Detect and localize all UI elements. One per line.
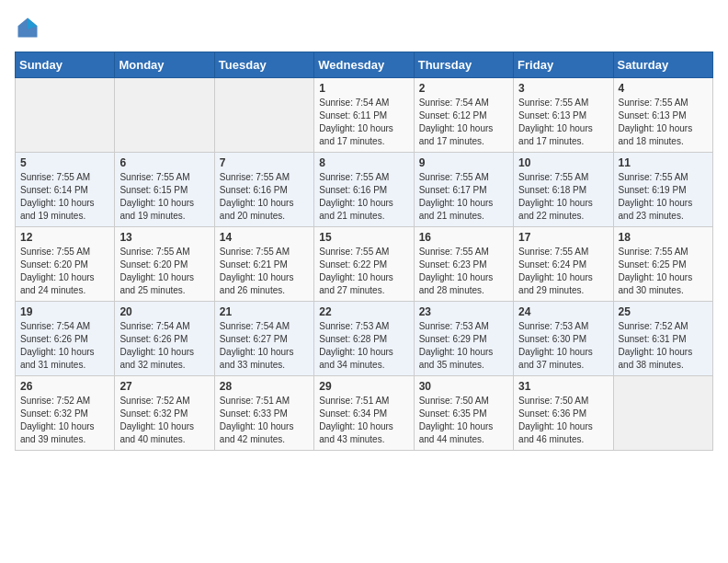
- day-number: 2: [419, 82, 508, 95]
- day-info: Sunrise: 7:54 AM Sunset: 6:26 PM Dayligh…: [20, 320, 109, 372]
- logo: [15, 15, 44, 40]
- calendar-cell: 10Sunrise: 7:55 AM Sunset: 6:18 PM Dayli…: [514, 153, 613, 227]
- day-info: Sunrise: 7:55 AM Sunset: 6:24 PM Dayligh…: [518, 246, 608, 297]
- calendar-cell: 27Sunrise: 7:52 AM Sunset: 6:32 PM Dayli…: [115, 376, 214, 451]
- calendar-cell: 28Sunrise: 7:51 AM Sunset: 6:33 PM Dayli…: [214, 376, 313, 451]
- calendar-cell: 6Sunrise: 7:55 AM Sunset: 6:15 PM Daylig…: [115, 153, 214, 227]
- calendar-cell: 22Sunrise: 7:53 AM Sunset: 6:28 PM Dayli…: [314, 302, 414, 376]
- weekday-header-friday: Friday: [514, 52, 613, 78]
- day-info: Sunrise: 7:55 AM Sunset: 6:25 PM Dayligh…: [619, 246, 708, 297]
- day-info: Sunrise: 7:52 AM Sunset: 6:32 PM Dayligh…: [20, 395, 109, 446]
- day-number: 23: [419, 305, 508, 318]
- day-info: Sunrise: 7:55 AM Sunset: 6:19 PM Dayligh…: [619, 171, 708, 223]
- weekday-header-thursday: Thursday: [414, 52, 513, 78]
- day-number: 13: [119, 231, 209, 244]
- calendar-table: SundayMondayTuesdayWednesdayThursdayFrid…: [15, 52, 713, 451]
- weekday-header-sunday: Sunday: [16, 52, 115, 78]
- day-number: 11: [619, 156, 708, 169]
- week-row-4: 19Sunrise: 7:54 AM Sunset: 6:26 PM Dayli…: [16, 302, 713, 376]
- calendar-cell: 1Sunrise: 7:54 AM Sunset: 6:11 PM Daylig…: [314, 78, 414, 153]
- day-number: 24: [518, 305, 608, 318]
- day-info: Sunrise: 7:55 AM Sunset: 6:16 PM Dayligh…: [220, 171, 309, 223]
- day-info: Sunrise: 7:55 AM Sunset: 6:13 PM Dayligh…: [619, 97, 708, 148]
- weekday-header-wednesday: Wednesday: [314, 52, 414, 78]
- day-number: 16: [419, 231, 508, 244]
- calendar-cell: 25Sunrise: 7:52 AM Sunset: 6:31 PM Dayli…: [613, 302, 712, 376]
- day-info: Sunrise: 7:55 AM Sunset: 6:14 PM Dayligh…: [20, 171, 109, 223]
- calendar-cell: 12Sunrise: 7:55 AM Sunset: 6:20 PM Dayli…: [16, 227, 115, 302]
- weekday-header-saturday: Saturday: [613, 52, 712, 78]
- weekday-header-tuesday: Tuesday: [214, 52, 313, 78]
- calendar-cell: 16Sunrise: 7:55 AM Sunset: 6:23 PM Dayli…: [414, 227, 513, 302]
- week-row-3: 12Sunrise: 7:55 AM Sunset: 6:20 PM Dayli…: [16, 227, 713, 302]
- week-row-2: 5Sunrise: 7:55 AM Sunset: 6:14 PM Daylig…: [16, 153, 713, 227]
- calendar-cell: [115, 78, 214, 153]
- day-info: Sunrise: 7:53 AM Sunset: 6:29 PM Dayligh…: [419, 320, 508, 372]
- calendar-cell: 3Sunrise: 7:55 AM Sunset: 6:13 PM Daylig…: [514, 78, 613, 153]
- calendar-cell: 15Sunrise: 7:55 AM Sunset: 6:22 PM Dayli…: [314, 227, 414, 302]
- day-info: Sunrise: 7:50 AM Sunset: 6:35 PM Dayligh…: [419, 395, 508, 446]
- calendar-cell: [16, 78, 115, 153]
- calendar-cell: 8Sunrise: 7:55 AM Sunset: 6:16 PM Daylig…: [314, 153, 414, 227]
- day-number: 18: [619, 231, 708, 244]
- calendar-cell: 4Sunrise: 7:55 AM Sunset: 6:13 PM Daylig…: [613, 78, 712, 153]
- calendar-cell: 30Sunrise: 7:50 AM Sunset: 6:35 PM Dayli…: [414, 376, 513, 451]
- calendar-cell: 18Sunrise: 7:55 AM Sunset: 6:25 PM Dayli…: [613, 227, 712, 302]
- day-info: Sunrise: 7:53 AM Sunset: 6:30 PM Dayligh…: [518, 320, 608, 372]
- calendar-cell: 23Sunrise: 7:53 AM Sunset: 6:29 PM Dayli…: [414, 302, 513, 376]
- day-number: 12: [20, 231, 109, 244]
- day-info: Sunrise: 7:51 AM Sunset: 6:34 PM Dayligh…: [319, 395, 408, 446]
- calendar-cell: 31Sunrise: 7:50 AM Sunset: 6:36 PM Dayli…: [514, 376, 613, 451]
- calendar-cell: 13Sunrise: 7:55 AM Sunset: 6:20 PM Dayli…: [115, 227, 214, 302]
- day-number: 27: [119, 380, 209, 393]
- calendar-cell: 29Sunrise: 7:51 AM Sunset: 6:34 PM Dayli…: [314, 376, 414, 451]
- day-number: 14: [220, 231, 309, 244]
- calendar-cell: 14Sunrise: 7:55 AM Sunset: 6:21 PM Dayli…: [214, 227, 313, 302]
- day-number: 9: [419, 156, 508, 169]
- weekday-header-row: SundayMondayTuesdayWednesdayThursdayFrid…: [16, 52, 713, 78]
- calendar-cell: 19Sunrise: 7:54 AM Sunset: 6:26 PM Dayli…: [16, 302, 115, 376]
- day-info: Sunrise: 7:52 AM Sunset: 6:31 PM Dayligh…: [619, 320, 708, 372]
- day-info: Sunrise: 7:55 AM Sunset: 6:23 PM Dayligh…: [419, 246, 508, 297]
- day-info: Sunrise: 7:55 AM Sunset: 6:13 PM Dayligh…: [518, 97, 608, 148]
- calendar-cell: 5Sunrise: 7:55 AM Sunset: 6:14 PM Daylig…: [16, 153, 115, 227]
- day-number: 10: [518, 156, 608, 169]
- day-info: Sunrise: 7:54 AM Sunset: 6:27 PM Dayligh…: [220, 320, 309, 372]
- logo-icon: [15, 15, 40, 40]
- day-info: Sunrise: 7:55 AM Sunset: 6:15 PM Dayligh…: [119, 171, 209, 223]
- day-info: Sunrise: 7:55 AM Sunset: 6:18 PM Dayligh…: [518, 171, 608, 223]
- calendar-cell: [214, 78, 313, 153]
- day-number: 29: [319, 380, 408, 393]
- calendar-cell: [613, 376, 712, 451]
- day-info: Sunrise: 7:50 AM Sunset: 6:36 PM Dayligh…: [518, 395, 608, 446]
- day-info: Sunrise: 7:54 AM Sunset: 6:26 PM Dayligh…: [119, 320, 209, 372]
- day-number: 5: [20, 156, 109, 169]
- calendar-cell: 17Sunrise: 7:55 AM Sunset: 6:24 PM Dayli…: [514, 227, 613, 302]
- day-number: 19: [20, 305, 109, 318]
- weekday-header-monday: Monday: [115, 52, 214, 78]
- calendar-cell: 24Sunrise: 7:53 AM Sunset: 6:30 PM Dayli…: [514, 302, 613, 376]
- day-info: Sunrise: 7:55 AM Sunset: 6:21 PM Dayligh…: [220, 246, 309, 297]
- day-number: 20: [119, 305, 209, 318]
- day-info: Sunrise: 7:55 AM Sunset: 6:20 PM Dayligh…: [20, 246, 109, 297]
- day-number: 7: [220, 156, 309, 169]
- day-number: 4: [619, 82, 708, 95]
- day-number: 1: [319, 82, 408, 95]
- page-header: [15, 15, 713, 40]
- day-info: Sunrise: 7:55 AM Sunset: 6:22 PM Dayligh…: [319, 246, 408, 297]
- day-info: Sunrise: 7:54 AM Sunset: 6:11 PM Dayligh…: [319, 97, 408, 148]
- day-info: Sunrise: 7:55 AM Sunset: 6:16 PM Dayligh…: [319, 171, 408, 223]
- day-number: 15: [319, 231, 408, 244]
- day-info: Sunrise: 7:51 AM Sunset: 6:33 PM Dayligh…: [220, 395, 309, 446]
- day-info: Sunrise: 7:54 AM Sunset: 6:12 PM Dayligh…: [419, 97, 508, 148]
- week-row-5: 26Sunrise: 7:52 AM Sunset: 6:32 PM Dayli…: [16, 376, 713, 451]
- calendar-cell: 2Sunrise: 7:54 AM Sunset: 6:12 PM Daylig…: [414, 78, 513, 153]
- day-number: 28: [220, 380, 309, 393]
- calendar-cell: 9Sunrise: 7:55 AM Sunset: 6:17 PM Daylig…: [414, 153, 513, 227]
- calendar-cell: 7Sunrise: 7:55 AM Sunset: 6:16 PM Daylig…: [214, 153, 313, 227]
- calendar-cell: 20Sunrise: 7:54 AM Sunset: 6:26 PM Dayli…: [115, 302, 214, 376]
- day-number: 30: [419, 380, 508, 393]
- calendar-cell: 21Sunrise: 7:54 AM Sunset: 6:27 PM Dayli…: [214, 302, 313, 376]
- day-number: 8: [319, 156, 408, 169]
- week-row-1: 1Sunrise: 7:54 AM Sunset: 6:11 PM Daylig…: [16, 78, 713, 153]
